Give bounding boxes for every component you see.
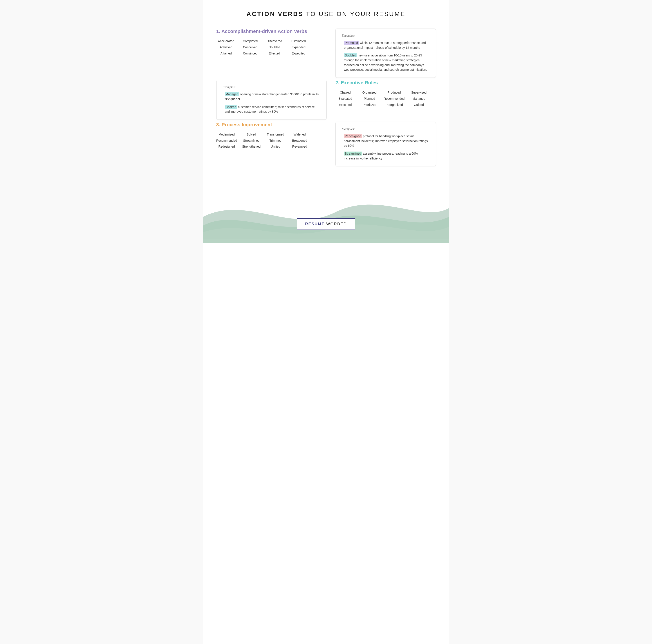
section2-title: 2. Executive Roles	[335, 80, 436, 86]
example-label-1: Examples:	[342, 34, 429, 37]
example-item-4: · Chaired customer service committee; ra…	[223, 105, 320, 114]
highlight-managed: Managed	[225, 92, 239, 96]
section2-row: Examples: · Managed opening of new store…	[216, 80, 436, 120]
section1-example-box-2-wrap: Examples: · Managed opening of new store…	[216, 80, 327, 120]
word-col-2: Completed Conceived Convinced	[241, 39, 260, 56]
word-col-s3-4: Widened Broadened Revamped	[290, 132, 309, 150]
example-item-2: · Doubled new user acquisition from 10-1…	[342, 53, 429, 72]
section2-word-grid: Chaired Evaluated Executed Organized Pla…	[335, 90, 436, 107]
page: ACTION VERBS TO USE ON YOUR RESUME 1. Ac…	[203, 0, 449, 644]
word-col-s2-4: Supervised Managed Guided	[409, 90, 429, 107]
example-item-6: · Streamlined assembly line process, lea…	[342, 151, 429, 161]
bullet-4: ·	[223, 105, 223, 114]
title-rest: TO USE ON YOUR RESUME	[303, 10, 406, 17]
word-col-3: Discovered Doubled Effected	[265, 39, 284, 56]
content-area: 1. Accomplishment-driven Action Verbs Ac…	[203, 24, 449, 166]
svg-rect-0	[203, 239, 449, 243]
highlight-chaired: Chaired	[225, 105, 237, 109]
branding-bold: RESUME	[305, 222, 325, 226]
bullet-6: ·	[342, 152, 342, 161]
section1-row1: 1. Accomplishment-driven Action Verbs Ac…	[216, 29, 436, 78]
example-label-2: Examples:	[223, 85, 320, 89]
example-text-5: Redesigned protocol for handling workpla…	[344, 134, 430, 148]
header: ACTION VERBS TO USE ON YOUR RESUME	[203, 0, 449, 24]
bullet-1: ·	[342, 41, 342, 50]
word-col-s2-3: Produced Recommended Reorganized	[384, 90, 405, 107]
section1-example-box-1: Examples: · Promoted within 12 months du…	[335, 29, 436, 78]
example-text-3: Managed opening of new store that genera…	[225, 92, 320, 102]
word-col-1: Accelerated Achieved Attained	[216, 39, 236, 56]
example-text-2: Doubled new user acquisition from 10-15 …	[344, 53, 430, 72]
title-bold: ACTION VERBS	[246, 10, 303, 17]
section3-left: 3. Process Improvement Modernised Recomm…	[216, 122, 327, 150]
example-text-4: Chaired customer service committee; rais…	[225, 105, 320, 114]
section3-example-box-wrap: Examples: · Redesigned protocol for hand…	[335, 122, 436, 166]
section1-word-grid: Accelerated Achieved Attained Completed …	[216, 39, 327, 56]
example-text-1: Promoted within 12 months due to strong …	[344, 41, 430, 50]
highlight-streamlined: Streamlined	[344, 152, 362, 156]
page-title: ACTION VERBS TO USE ON YOUR RESUME	[216, 10, 436, 18]
bullet-3: ·	[223, 92, 223, 102]
section3-title: 3. Process Improvement	[216, 122, 327, 128]
section2-content: 2. Executive Roles Chaired Evaluated Exe…	[335, 80, 436, 107]
example-box-3: Examples: · Redesigned protocol for hand…	[335, 122, 436, 166]
section1-left: 1. Accomplishment-driven Action Verbs Ac…	[216, 29, 327, 56]
word-col-4: Eliminated Expanded Expedited	[289, 39, 308, 56]
example-item-5: · Redesigned protocol for handling workp…	[342, 134, 429, 148]
word-col-s3-2: Solved Streamlined Strengthened	[241, 132, 261, 150]
branding-container: RESUME WORDED	[297, 218, 355, 230]
example-item-1: · Promoted within 12 months due to stron…	[342, 41, 429, 50]
example-box-2: Examples: · Managed opening of new store…	[216, 80, 327, 120]
highlight-redesigned: Redesigned	[344, 134, 362, 138]
word-col-s3-3: Transformed Trimmed Unified	[266, 132, 285, 150]
wave-svg	[203, 168, 449, 243]
section3-word-grid: Modernised Recommended Redesigned Solved…	[216, 132, 327, 150]
example-box-1: Examples: · Promoted within 12 months du…	[335, 29, 436, 78]
highlight-doubled: Doubled	[344, 53, 357, 57]
word-col-s2-1: Chaired Evaluated Executed	[335, 90, 355, 107]
branding-box: RESUME WORDED	[297, 218, 355, 230]
example-label-3: Examples:	[342, 127, 429, 131]
example-item-3: · Managed opening of new store that gene…	[223, 92, 320, 102]
bullet-5: ·	[342, 134, 342, 148]
bullet-2: ·	[342, 53, 342, 72]
example-text-6: Streamlined assembly line process, leadi…	[344, 151, 430, 161]
word-col-s2-2: Organized Planned Prioritized	[359, 90, 379, 107]
section3-row: 3. Process Improvement Modernised Recomm…	[216, 122, 436, 166]
section1-title: 1. Accomplishment-driven Action Verbs	[216, 29, 327, 34]
wave-footer: RESUME WORDED	[203, 168, 449, 243]
word-col-s3-1: Modernised Recommended Redesigned	[216, 132, 237, 150]
branding-rest: WORDED	[325, 222, 347, 226]
highlight-promoted: Promoted	[344, 41, 359, 45]
branding-text: RESUME WORDED	[305, 222, 347, 226]
